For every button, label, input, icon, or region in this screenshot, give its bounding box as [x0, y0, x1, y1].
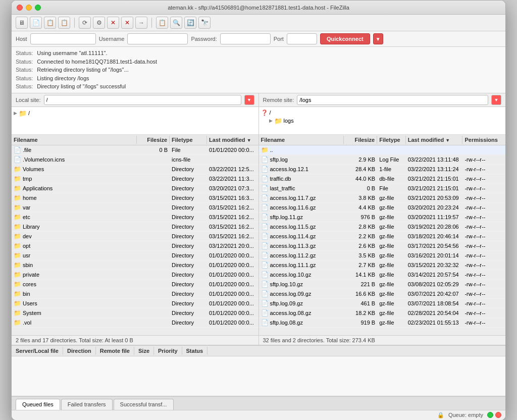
local-files-container: 📄 .file 0 B File 01/01/2020 00:0... 📄 .V… [12, 145, 258, 328]
remote-file-row[interactable]: 📄 access.log.11.7.gz 3.8 KB gz-file 03/2… [259, 193, 506, 203]
local-tree-root[interactable]: ▶ 📁 / [14, 109, 256, 118]
local-file-row[interactable]: 📁 dev Directory 03/15/2021 16:2... [12, 232, 258, 241]
remote-file-row[interactable]: 📄 traffic.db 44.0 KB db-file 03/21/2021 … [259, 174, 506, 184]
remote-file-row[interactable]: 📁 .. [259, 145, 506, 155]
local-file-row[interactable]: 📁 cores Directory 01/01/2020 00:0... [12, 280, 258, 289]
remote-file-row[interactable]: 📄 access.log.10.gz 14.1 KB gz-file 03/14… [259, 270, 506, 280]
cancel-button[interactable]: ✕ [107, 17, 119, 29]
local-path-input[interactable] [44, 95, 241, 105]
remote-file-row[interactable]: 📄 access.log.11.6.gz 4.4 KB gz-file 03/2… [259, 203, 506, 213]
local-file-modified: 03/15/2021 16:2... [207, 233, 258, 240]
remote-path-input[interactable] [297, 95, 488, 105]
remote-col-lastmod[interactable]: Last modified ▼ [406, 136, 463, 144]
local-file-row[interactable]: 📁 Volumes Directory 03/22/2021 12:5... [12, 165, 258, 174]
remote-tree-logs[interactable]: ▶ 📁 logs [261, 117, 504, 125]
local-tree: ▶ 📁 / [12, 107, 258, 135]
quickconnect-dropdown[interactable]: ▼ [373, 33, 383, 44]
remote-file-row[interactable]: 📄 access.log.11.1.gz 2.7 KB gz-file 03/1… [259, 260, 506, 270]
tab-queued-files[interactable]: Queued files [16, 399, 60, 410]
copy-button[interactable]: 📋 [44, 17, 56, 29]
local-file-row[interactable]: 📁 home Directory 03/15/2021 16:3... [12, 193, 258, 203]
username-input[interactable] [127, 33, 188, 44]
local-pane: Local site: ▼ ▶ 📁 / Filename Filesize Fi… [12, 93, 259, 335]
password-input[interactable] [220, 33, 271, 44]
local-file-row[interactable]: 📁 usr Directory 01/01/2020 00:0... [12, 251, 258, 260]
refresh-button[interactable]: ⟳ [79, 17, 91, 29]
remote-file-type: gz-file [377, 204, 406, 211]
remote-file-row[interactable]: 📄 access.log.11.3.gz 2.6 KB gz-file 03/1… [259, 241, 506, 251]
local-path-dropdown[interactable]: ▼ [244, 95, 254, 105]
status-lights [487, 412, 501, 418]
local-file-row[interactable]: 📁 Applications Directory 03/20/2021 07:3… [12, 184, 258, 193]
local-file-row[interactable]: 📁 sbin Directory 01/01/2020 00:0... [12, 260, 258, 270]
remote-tree: ❓ / ▶ 📁 logs [259, 107, 506, 135]
file-icon: 📁 [14, 204, 21, 211]
remote-file-row[interactable]: 📄 access.log.12.1 28.4 KB 1-file 03/22/2… [259, 165, 506, 174]
remote-col-filetype[interactable]: Filetype [377, 136, 406, 144]
remote-file-row[interactable]: 📄 sftp.log.10.gz 221 B gz-file 03/08/202… [259, 280, 506, 289]
remote-file-row[interactable]: 📄 sftp.log 2.9 KB Log File 03/22/2021 13… [259, 155, 506, 165]
local-col-filesize[interactable]: Filesize [137, 136, 170, 144]
sync-button[interactable]: 🔄 [184, 17, 196, 29]
remote-file-name: 📄 access.log.11.1.gz [259, 261, 344, 269]
quickconnect-button[interactable]: Quickconnect [320, 33, 370, 44]
local-file-row[interactable]: 📁 .vol Directory 01/01/2020 00:0... [12, 318, 258, 328]
remote-file-row[interactable]: 📄 access.log.11.5.gz 2.8 KB gz-file 03/1… [259, 222, 506, 232]
local-file-modified: 03/22/2021 11:3... [207, 175, 258, 182]
remote-file-list[interactable]: Filename Filesize Filetype Last modified… [259, 135, 506, 335]
forward-button[interactable]: → [135, 17, 147, 29]
remote-col-filesize[interactable]: Filesize [344, 136, 377, 144]
remote-file-row[interactable]: 📄 access.log.11.2.gz 3.5 KB gz-file 03/1… [259, 251, 506, 260]
local-col-lastmod[interactable]: Last modified ▼ [207, 136, 258, 144]
maximize-button[interactable] [35, 5, 41, 11]
remote-file-row[interactable]: 📄 access.log.09.gz 16.6 KB gz-file 03/07… [259, 289, 506, 299]
local-file-row[interactable]: 📁 opt Directory 03/12/2021 20:0... [12, 241, 258, 251]
site-manager-button[interactable]: 🖥 [16, 17, 28, 29]
remote-file-type: gz-file [377, 300, 406, 307]
local-file-row[interactable]: 📁 private Directory 01/01/2020 00:0... [12, 270, 258, 280]
remote-file-row[interactable]: 📄 sftp.log.08.gz 919 B gz-file 02/23/202… [259, 318, 506, 328]
local-col-header: Filename Filesize Filetype Last modified… [12, 135, 258, 145]
file-icon: 📄 [261, 252, 269, 259]
disconnect-button[interactable]: ✕ [121, 17, 133, 29]
filter-button[interactable]: 📋 [156, 17, 168, 29]
local-file-row[interactable]: 📁 etc Directory 03/15/2021 16:2... [12, 213, 258, 222]
settings-button[interactable]: ⚙ [93, 17, 105, 29]
local-col-filetype[interactable]: Filetype [170, 136, 207, 144]
close-button[interactable] [17, 5, 23, 11]
compare-button[interactable]: 🔭 [198, 17, 211, 29]
remote-file-row[interactable]: 📄 last_traffic 0 B File 03/21/2021 21:15… [259, 184, 506, 193]
file-manager-button[interactable]: 📄 [30, 17, 42, 29]
local-file-row[interactable]: 📁 bin Directory 01/01/2020 00:0... [12, 289, 258, 299]
paste-button[interactable]: 📋 [58, 17, 70, 29]
local-file-row[interactable]: 📁 System Directory 01/01/2020 00:0... [12, 308, 258, 318]
remote-file-type: gz-file [377, 271, 406, 278]
minimize-button[interactable] [26, 5, 32, 11]
local-file-row[interactable]: 📁 Users Directory 01/01/2020 00:0... [12, 299, 258, 308]
local-file-row[interactable]: 📄 .file 0 B File 01/01/2020 00:0... [12, 145, 258, 155]
remote-file-row[interactable]: 📄 access.log.08.gz 18.2 KB gz-file 02/28… [259, 308, 506, 318]
local-file-row[interactable]: 📁 tmp Directory 03/22/2021 11:3... [12, 174, 258, 184]
local-file-size [137, 293, 170, 294]
port-input[interactable] [287, 33, 317, 44]
remote-file-row[interactable]: 📄 sftp.log.09.gz 461 B gz-file 03/07/202… [259, 299, 506, 308]
remote-file-type: gz-file [377, 194, 406, 201]
search-button[interactable]: 🔍 [170, 17, 182, 29]
remote-tree-root[interactable]: ❓ / [261, 109, 504, 117]
remote-col-filename[interactable]: Filename [259, 136, 344, 144]
local-file-row[interactable]: 📄 .VolumeIcon.icns icns-file [12, 155, 258, 165]
file-icon: 📄 [261, 175, 269, 182]
remote-col-perms[interactable]: Permissions [462, 136, 505, 144]
tab-successful-transfers[interactable]: Successful transf... [114, 399, 174, 410]
tab-failed-transfers[interactable]: Failed transfers [61, 399, 113, 410]
host-input[interactable] [30, 33, 96, 44]
local-file-row[interactable]: 📁 var Directory 03/15/2021 16:2... [12, 203, 258, 213]
local-col-filename[interactable]: Filename [12, 136, 137, 144]
remote-path-dropdown[interactable]: ▼ [491, 95, 501, 105]
remote-file-row[interactable]: 📄 access.log.11.4.gz 2.2 KB gz-file 03/1… [259, 232, 506, 241]
local-file-list[interactable]: Filename Filesize Filetype Last modified… [12, 135, 258, 335]
local-file-row[interactable]: 📁 Library Directory 03/15/2021 16:2... [12, 222, 258, 232]
remote-file-row[interactable]: 📄 sftp.log.11.gz 976 B gz-file 03/20/202… [259, 213, 506, 222]
remote-file-perms: -rw-r--r-- [462, 166, 505, 173]
local-file-type: Directory [170, 271, 207, 278]
